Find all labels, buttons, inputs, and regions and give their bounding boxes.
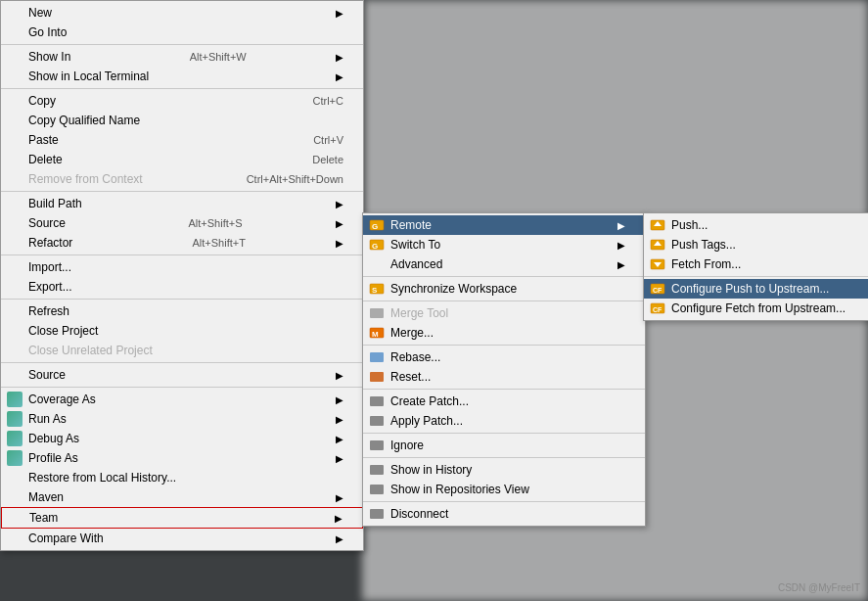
menu-item-coverage-as[interactable]: Coverage As ▶ xyxy=(1,390,363,409)
source-arrow: ▶ xyxy=(336,218,343,229)
refactor-arrow: ▶ xyxy=(336,238,343,249)
go-into-label: Go Into xyxy=(28,25,67,39)
push-icon xyxy=(650,217,665,233)
paste-shortcut: Ctrl+V xyxy=(284,134,343,146)
svg-rect-10 xyxy=(370,372,384,382)
svg-text:G: G xyxy=(372,242,378,251)
menu-item-debug-as[interactable]: Debug As ▶ xyxy=(1,429,363,448)
coverage-as-icon xyxy=(7,392,23,407)
run-as-icon xyxy=(7,411,23,427)
ignore-icon xyxy=(369,438,385,453)
menu-item-go-into[interactable]: Go Into xyxy=(1,23,363,42)
secondary-menu-item-reset[interactable]: Reset... xyxy=(363,367,645,387)
sync-workspace-icon: S xyxy=(369,281,385,297)
secondary-menu-item-remote[interactable]: G Remote ▶ xyxy=(363,215,645,235)
svg-rect-16 xyxy=(370,509,384,519)
menu-item-build-path[interactable]: Build Path ▶ xyxy=(1,194,363,213)
delete-label: Delete xyxy=(28,153,63,166)
remote-label: Remote xyxy=(390,218,432,232)
profile-as-arrow: ▶ xyxy=(336,453,343,464)
secondary-menu-item-advanced[interactable]: Advanced ▶ xyxy=(363,254,645,274)
secondary-context-menu: G Remote ▶ G Switch To ▶ Advanced ▶ S Sy… xyxy=(362,212,646,527)
tertiary-menu-item-push[interactable]: Push... xyxy=(644,215,868,235)
switch-to-icon: G xyxy=(369,237,385,253)
menu-item-compare-with[interactable]: Compare With ▶ xyxy=(1,529,363,548)
tertiary-menu-item-push-tags[interactable]: Push Tags... xyxy=(644,235,868,254)
sep4 xyxy=(1,254,363,255)
svg-text:M: M xyxy=(372,330,379,339)
secondary-menu-item-create-patch[interactable]: Create Patch... xyxy=(363,392,645,411)
menu-item-import[interactable]: Import... xyxy=(1,257,363,277)
secondary-menu-item-switch-to[interactable]: G Switch To ▶ xyxy=(363,235,645,254)
menu-item-profile-as[interactable]: Profile As ▶ xyxy=(1,448,363,468)
delete-shortcut: Delete xyxy=(283,154,343,165)
menu-item-refactor[interactable]: Refactor Alt+Shift+T ▶ xyxy=(1,233,363,253)
menu-item-run-as[interactable]: Run As ▶ xyxy=(1,409,363,429)
tertiary-menu-item-fetch-from[interactable]: Fetch From... xyxy=(644,254,868,274)
show-repos-icon xyxy=(369,482,385,497)
menu-item-new[interactable]: New ▶ xyxy=(1,3,363,23)
secondary-menu-item-ignore[interactable]: Ignore xyxy=(363,436,645,455)
disconnect-icon xyxy=(369,506,385,522)
secondary-menu-item-merge[interactable]: M Merge... xyxy=(363,323,645,343)
source-shortcut: Alt+Shift+S xyxy=(159,217,242,229)
export-label: Export... xyxy=(28,280,72,294)
menu-item-restore-history[interactable]: Restore from Local History... xyxy=(1,468,363,487)
svg-text:CF: CF xyxy=(653,287,662,294)
sec-sep4 xyxy=(363,389,645,390)
watermark: CSDN @MyFreeIT xyxy=(778,582,860,593)
menu-item-copy[interactable]: Copy Ctrl+C xyxy=(1,91,363,111)
tertiary-menu-item-configure-push[interactable]: CF Configure Push to Upstream... xyxy=(644,279,868,299)
merge-label: Merge... xyxy=(390,326,434,340)
remove-context-label: Remove from Context xyxy=(28,172,143,186)
run-as-label: Run As xyxy=(28,412,67,426)
sep5 xyxy=(1,299,363,300)
menu-item-show-terminal[interactable]: Show in Local Terminal ▶ xyxy=(1,67,363,86)
menu-item-source2[interactable]: Source ▶ xyxy=(1,365,363,385)
menu-item-paste[interactable]: Paste Ctrl+V xyxy=(1,130,363,150)
configure-push-label: Configure Push to Upstream... xyxy=(671,282,829,296)
menu-item-export[interactable]: Export... xyxy=(1,277,363,297)
tertiary-context-menu: Push... Push Tags... Fetch From... CF xyxy=(643,212,868,321)
profile-as-label: Profile As xyxy=(28,451,78,465)
refactor-shortcut: Alt+Shift+T xyxy=(162,237,245,249)
merge-tool-label: Merge Tool xyxy=(390,306,448,320)
menu-item-team[interactable]: Team ▶ xyxy=(1,507,363,529)
secondary-menu-item-apply-patch[interactable]: Apply Patch... xyxy=(363,411,645,431)
secondary-menu-item-show-history[interactable]: Show in History xyxy=(363,460,645,480)
new-label: New xyxy=(28,6,52,20)
menu-item-copy-qualified[interactable]: Copy Qualified Name xyxy=(1,111,363,130)
menu-item-remove-context[interactable]: Remove from Context Ctrl+Alt+Shift+Down xyxy=(1,169,363,189)
close-project-label: Close Project xyxy=(28,324,98,338)
menu-item-show-in[interactable]: Show In Alt+Shift+W ▶ xyxy=(1,47,363,67)
menu-item-delete[interactable]: Delete Delete xyxy=(1,150,363,169)
remove-context-shortcut: Ctrl+Alt+Shift+Down xyxy=(217,173,343,185)
secondary-menu-item-show-repos[interactable]: Show in Repositories View xyxy=(363,480,645,499)
refactor-label: Refactor xyxy=(28,236,72,250)
show-terminal-label: Show in Local Terminal xyxy=(28,69,149,83)
fetch-from-icon xyxy=(650,256,665,272)
menu-item-close-project[interactable]: Close Project xyxy=(1,321,363,341)
secondary-menu-item-disconnect[interactable]: Disconnect xyxy=(363,504,645,524)
svg-text:G: G xyxy=(372,222,378,231)
menu-item-refresh[interactable]: Refresh xyxy=(1,301,363,321)
sec-sep7 xyxy=(363,501,645,502)
coverage-as-label: Coverage As xyxy=(28,393,96,406)
sep3 xyxy=(1,191,363,192)
team-label: Team xyxy=(29,511,58,525)
fetch-from-label: Fetch From... xyxy=(671,257,741,271)
source-label: Source xyxy=(28,216,66,230)
menu-item-maven[interactable]: Maven ▶ xyxy=(1,487,363,507)
reset-icon xyxy=(369,369,385,385)
source2-label: Source xyxy=(28,368,66,382)
sep6 xyxy=(1,362,363,363)
secondary-menu-item-rebase[interactable]: Rebase... xyxy=(363,347,645,367)
secondary-menu-item-merge-tool[interactable]: Merge Tool xyxy=(363,303,645,323)
sync-workspace-label: Synchronize Workspace xyxy=(390,282,517,296)
tertiary-menu-item-configure-fetch[interactable]: CF Configure Fetch from Upstream... xyxy=(644,299,868,318)
push-tags-label: Push Tags... xyxy=(671,238,736,252)
menu-item-close-unrelated[interactable]: Close Unrelated Project xyxy=(1,341,363,360)
debug-as-arrow: ▶ xyxy=(336,434,343,444)
secondary-menu-item-sync-workspace[interactable]: S Synchronize Workspace xyxy=(363,279,645,299)
menu-item-source[interactable]: Source Alt+Shift+S ▶ xyxy=(1,213,363,233)
